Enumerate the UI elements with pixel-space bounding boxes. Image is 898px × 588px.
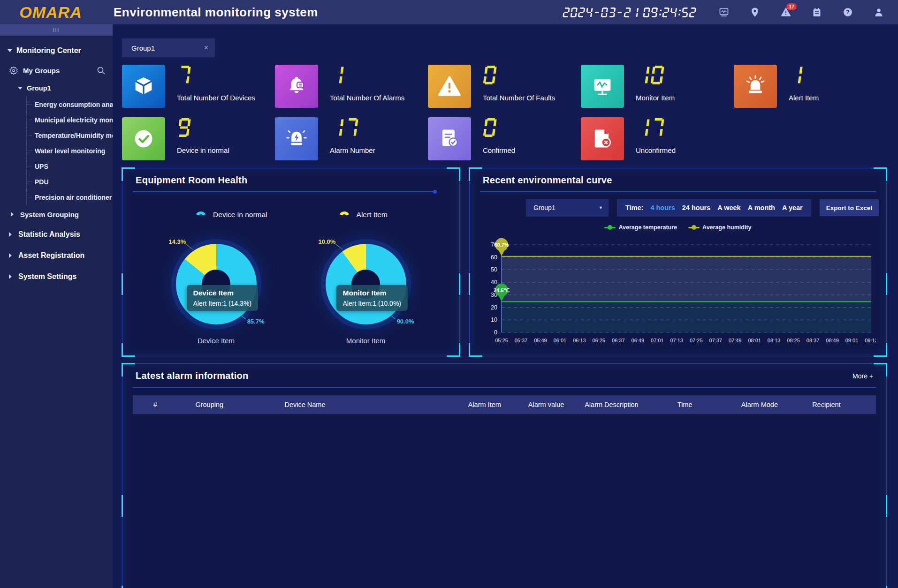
tab-close-icon[interactable]: ×: [204, 44, 208, 52]
sidebar-item-statistic-analysis[interactable]: Statistic Analysis: [0, 224, 113, 245]
sidebar-item-water-level-monitoring[interactable]: Water level monitoring: [26, 143, 113, 158]
env-curve-panel: Recent environmental curve Group1 ▼ Time…: [469, 168, 887, 356]
location-pin-icon[interactable]: [750, 7, 760, 17]
header-clock: [563, 8, 698, 17]
chart-legend-average-humidity[interactable]: Average humidity: [688, 224, 751, 231]
svg-text:06:13: 06:13: [573, 338, 586, 343]
siren-icon: [734, 65, 777, 108]
more-link[interactable]: More +: [852, 372, 873, 380]
collapse-handle-glyph: III: [53, 28, 60, 33]
warning-icon: [428, 65, 471, 108]
time-option-a-month[interactable]: A month: [748, 204, 775, 211]
tab-group1[interactable]: Group1 ×: [122, 38, 215, 57]
legend-fan-icon: [194, 209, 207, 220]
stat-card-confirmed: Confirmed: [428, 117, 581, 160]
sidebar-item-monitoring-center[interactable]: Monitoring Center: [0, 40, 113, 61]
stat-card-label: Alert Item: [789, 94, 819, 102]
svg-text:60: 60: [491, 254, 497, 261]
chart-legend: Average temperatureAverage humidity: [470, 224, 886, 231]
column-header-recipient: Recipient: [807, 401, 870, 408]
svg-text:05:49: 05:49: [534, 338, 547, 343]
sidebar-item-system-grouping[interactable]: System Grouping: [0, 205, 113, 224]
page-title: Environmental monitoring system: [114, 5, 318, 20]
svg-text:07:49: 07:49: [729, 338, 742, 343]
legend-item-alert-item[interactable]: Alert Item: [338, 209, 388, 220]
sidebar-item-label: System Grouping: [20, 211, 79, 219]
svg-text:?: ?: [846, 9, 850, 15]
sidebar-item-label: Monitoring Center: [16, 46, 81, 55]
svg-text:10: 10: [491, 317, 497, 323]
group-select[interactable]: Group1 ▼: [526, 199, 609, 217]
monitor-chart-icon[interactable]: [719, 7, 729, 17]
column-header-grouping: Grouping: [190, 401, 279, 408]
legend-marker: [688, 227, 700, 228]
donut-device-item: 14.3%85.7%Device ItemAlert Item:1 (14.3%…: [167, 240, 266, 345]
time-option-4-hours[interactable]: 4 hours: [650, 204, 675, 211]
sidebar-collapse-handle[interactable]: III: [0, 24, 113, 36]
donut-row: 14.3%85.7%Device ItemAlert Item:1 (14.3%…: [122, 240, 459, 345]
stat-card-unconfirmed: Unconfirmed: [581, 117, 734, 160]
sidebar-item-asset-registration[interactable]: Asset Registration: [0, 245, 113, 266]
legend-item-device-in-normal[interactable]: Device in normal: [194, 209, 267, 220]
sidebar-item-my-groups[interactable]: My Groups: [0, 61, 113, 80]
sidebar-item-group1[interactable]: Group1: [0, 80, 113, 97]
monitor-icon: [581, 65, 624, 108]
sidebar-item-temperature-humidity-monitoring[interactable]: Temperature/Humidity monitoring: [26, 128, 113, 143]
column-header-alarm-mode: Alarm Mode: [736, 401, 807, 408]
stat-card-label: Total Number Of Faults: [483, 94, 555, 102]
sidebar-item-label: Municipal electricity monitoring: [35, 116, 113, 124]
column-header-alarm-description: Alarm Description: [579, 401, 672, 408]
stat-card-value: [636, 66, 734, 84]
search-icon[interactable]: [97, 66, 105, 75]
donut-legend: Device in normalAlert Item: [122, 209, 459, 220]
svg-text:08:01: 08:01: [748, 338, 761, 343]
svg-text:07:13: 07:13: [670, 338, 683, 343]
sidebar-item-label: Statistic Analysis: [18, 230, 80, 239]
donut-tooltip: Device ItemAlert Item:1 (14.3%): [187, 285, 259, 311]
time-option-a-year[interactable]: A year: [782, 204, 803, 211]
chevron-right-icon: [9, 232, 14, 237]
user-icon[interactable]: [874, 7, 884, 17]
column-header-alarm-item: Alarm Item: [463, 401, 523, 408]
svg-text:06:01: 06:01: [554, 338, 567, 343]
donut-chart[interactable]: [176, 244, 257, 324]
stat-cards: Total Number Of DevicesTotal Number Of A…: [122, 65, 888, 160]
column-header-time: Time: [672, 401, 736, 408]
log-clipboard-icon[interactable]: [812, 7, 822, 17]
app-logo: OMARA: [0, 3, 101, 22]
stat-card-value: [177, 66, 275, 84]
donut-caption: Device Item: [167, 337, 266, 345]
stat-card-monitor-item: Monitor Item: [581, 65, 734, 108]
help-icon[interactable]: ?: [843, 7, 853, 17]
donut-chart[interactable]: [326, 244, 406, 324]
time-option-a-week[interactable]: A week: [717, 204, 740, 211]
stat-card-value: [177, 118, 275, 137]
chart-legend-average-temperature[interactable]: Average temperature: [604, 224, 677, 231]
time-option-24-hours[interactable]: 24 hours: [682, 204, 710, 211]
panel-title: Equipment Room Health: [136, 175, 459, 186]
svg-text:06:25: 06:25: [593, 338, 606, 343]
svg-text:08:25: 08:25: [787, 338, 800, 343]
donut-tooltip: Monitor ItemAlert Item:1 (10.0%): [336, 285, 408, 311]
env-chart: 01020304050607005:2505:3705:4906:0106:13…: [478, 236, 886, 350]
chevron-down-icon: [18, 87, 23, 92]
legend-label: Device in normal: [213, 211, 267, 219]
sidebar-item-pdu[interactable]: PDU: [26, 174, 113, 189]
donut-caption: Monitor Item: [317, 337, 415, 345]
sidebar-item-label: Temperature/Humidity monitoring: [35, 132, 113, 139]
sidebar-item-energy-consumption-analysis[interactable]: Energy consumption analysis: [26, 97, 113, 112]
stat-card-total-number-of-devices: Total Number Of Devices: [122, 65, 275, 108]
corner-accent: [469, 167, 482, 181]
sidebar-item-ups[interactable]: UPS: [26, 158, 113, 174]
stat-card-label: Confirmed: [483, 146, 515, 154]
tab-label: Group1: [131, 44, 155, 52]
export-excel-button[interactable]: Export to Excel: [820, 199, 879, 216]
check-icon: [122, 117, 165, 160]
donut-monitor-item: 10.0%90.0%Monitor ItemAlert Item:1 (10.0…: [317, 240, 415, 345]
sidebar-item-system-settings[interactable]: System Settings: [0, 266, 113, 287]
sidebar-item-municipal-electricity-monitoring[interactable]: Municipal electricity monitoring: [26, 112, 113, 128]
alarm-warning-icon[interactable]: 17: [781, 7, 791, 17]
sidebar-item-precision-air-conditioner[interactable]: Precision air conditioner: [26, 189, 113, 205]
svg-text:05:25: 05:25: [495, 338, 508, 343]
beacon-icon: [275, 117, 318, 160]
